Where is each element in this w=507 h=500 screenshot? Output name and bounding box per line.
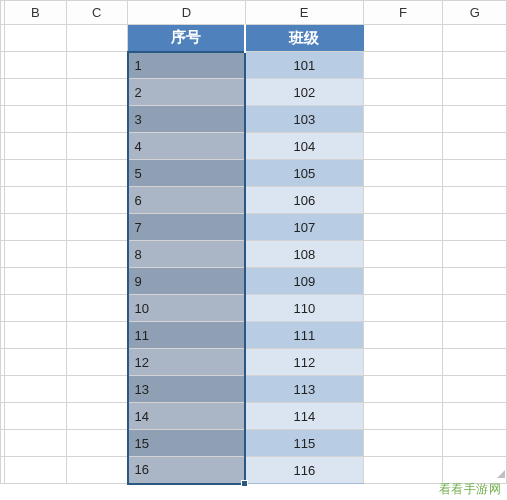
cell-class[interactable]: 109	[245, 268, 363, 295]
fill-handle[interactable]	[241, 480, 248, 487]
cell[interactable]	[5, 322, 66, 349]
cell[interactable]	[363, 268, 443, 295]
cell-seq[interactable]: 11	[128, 322, 246, 349]
cell-class[interactable]: 113	[245, 376, 363, 403]
cell[interactable]	[5, 25, 66, 52]
cell-seq[interactable]: 14	[128, 403, 246, 430]
cell[interactable]	[5, 430, 66, 457]
cell[interactable]	[5, 79, 66, 106]
cell[interactable]	[443, 295, 507, 322]
cell[interactable]	[443, 52, 507, 79]
cell-seq[interactable]: 3	[128, 106, 246, 133]
col-header-F[interactable]: F	[363, 1, 443, 25]
scroll-corner-icon[interactable]	[495, 468, 507, 480]
cell[interactable]	[363, 376, 443, 403]
cell[interactable]	[66, 457, 127, 484]
cell[interactable]	[66, 160, 127, 187]
cell[interactable]	[66, 214, 127, 241]
cell-class[interactable]: 105	[245, 160, 363, 187]
cell[interactable]	[66, 52, 127, 79]
cell[interactable]	[66, 295, 127, 322]
cell-seq[interactable]: 7	[128, 214, 246, 241]
cell[interactable]	[363, 241, 443, 268]
cell-seq[interactable]: 12	[128, 349, 246, 376]
cell[interactable]	[5, 214, 66, 241]
cell[interactable]	[5, 187, 66, 214]
cell[interactable]	[443, 349, 507, 376]
cell-class[interactable]: 114	[245, 403, 363, 430]
cell[interactable]	[443, 403, 507, 430]
cell-class[interactable]: 107	[245, 214, 363, 241]
cell[interactable]	[5, 295, 66, 322]
cell[interactable]	[66, 349, 127, 376]
cell-seq[interactable]: 16	[128, 457, 246, 484]
cell[interactable]	[5, 349, 66, 376]
cell-class[interactable]: 103	[245, 106, 363, 133]
cell-class[interactable]: 108	[245, 241, 363, 268]
cell[interactable]	[5, 376, 66, 403]
cell-seq[interactable]: 5	[128, 160, 246, 187]
cell-class[interactable]: 111	[245, 322, 363, 349]
cell-seq[interactable]: 15	[128, 430, 246, 457]
cell[interactable]	[66, 187, 127, 214]
cell[interactable]	[66, 79, 127, 106]
cell-seq[interactable]: 4	[128, 133, 246, 160]
cell[interactable]	[363, 25, 443, 52]
cell[interactable]	[66, 241, 127, 268]
cell[interactable]	[363, 187, 443, 214]
spreadsheet-grid[interactable]: B C D E F G 序号班级110121023103410451056106…	[0, 0, 507, 485]
cell[interactable]	[443, 160, 507, 187]
cell[interactable]	[5, 160, 66, 187]
cell-seq[interactable]: 2	[128, 79, 246, 106]
cell[interactable]	[363, 79, 443, 106]
cell[interactable]	[443, 268, 507, 295]
cell[interactable]	[66, 106, 127, 133]
cell[interactable]	[363, 403, 443, 430]
cell[interactable]	[5, 457, 66, 484]
cell[interactable]	[443, 322, 507, 349]
cell-class[interactable]: 106	[245, 187, 363, 214]
cell[interactable]	[363, 349, 443, 376]
header-seq[interactable]: 序号	[128, 25, 246, 52]
cell[interactable]	[66, 322, 127, 349]
cell[interactable]	[443, 106, 507, 133]
cell[interactable]	[5, 133, 66, 160]
cell-class[interactable]: 104	[245, 133, 363, 160]
header-class[interactable]: 班级	[245, 25, 363, 52]
cell[interactable]	[66, 133, 127, 160]
cell-class[interactable]: 102	[245, 79, 363, 106]
cell[interactable]	[443, 376, 507, 403]
cell[interactable]	[5, 52, 66, 79]
cell[interactable]	[363, 295, 443, 322]
cell-seq[interactable]: 9	[128, 268, 246, 295]
cell[interactable]	[363, 52, 443, 79]
cell[interactable]	[443, 214, 507, 241]
col-header-E[interactable]: E	[245, 1, 363, 25]
cell[interactable]	[363, 214, 443, 241]
cell[interactable]	[5, 268, 66, 295]
cell-class[interactable]: 115	[245, 430, 363, 457]
cell[interactable]	[363, 457, 443, 484]
col-header-D[interactable]: D	[128, 1, 246, 25]
cell-class[interactable]: 112	[245, 349, 363, 376]
cell[interactable]	[443, 241, 507, 268]
col-header-C[interactable]: C	[66, 1, 127, 25]
cell[interactable]	[443, 430, 507, 457]
cell[interactable]	[443, 25, 507, 52]
cell[interactable]	[363, 322, 443, 349]
cell[interactable]	[5, 403, 66, 430]
cell-class[interactable]: 116	[245, 457, 363, 484]
cell[interactable]	[66, 376, 127, 403]
cell-seq[interactable]: 13	[128, 376, 246, 403]
cell-seq[interactable]: 6	[128, 187, 246, 214]
cell[interactable]	[443, 187, 507, 214]
cell[interactable]	[66, 25, 127, 52]
cell[interactable]	[66, 268, 127, 295]
cell-seq[interactable]: 1	[128, 52, 246, 79]
cell[interactable]	[66, 403, 127, 430]
col-header-G[interactable]: G	[443, 1, 507, 25]
cell-seq[interactable]: 10	[128, 295, 246, 322]
cell[interactable]	[443, 133, 507, 160]
cell[interactable]	[363, 430, 443, 457]
cell-class[interactable]: 110	[245, 295, 363, 322]
